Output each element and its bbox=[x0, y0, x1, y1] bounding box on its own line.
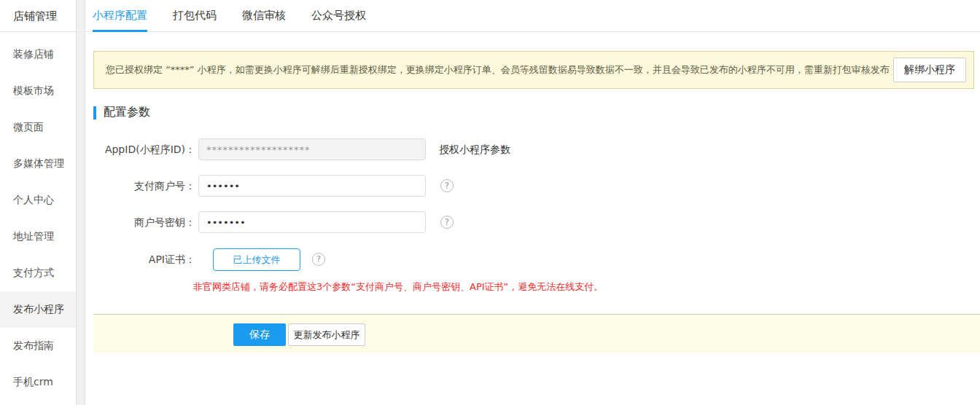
sidebar-scrollbar[interactable] bbox=[76, 0, 85, 405]
sidebar: 店铺管理 装修店铺 模板市场 微页面 多媒体管理 个人中心 地址管理 支付方式 … bbox=[0, 0, 76, 405]
sidebar-item-media-management[interactable]: 多媒体管理 bbox=[0, 146, 76, 182]
sidebar-item-template-market[interactable]: 模板市场 bbox=[0, 73, 76, 109]
auth-notice-banner: 您已授权绑定 “****” 小程序，如需更换小程序可解绑后重新授权绑定，更换绑定… bbox=[93, 51, 974, 89]
unbind-miniprogram-button[interactable]: 解绑小程序 bbox=[893, 58, 966, 82]
page: 店铺管理 装修店铺 模板市场 微页面 多媒体管理 个人中心 地址管理 支付方式 … bbox=[0, 0, 980, 405]
section-title-text: 配置参数 bbox=[104, 105, 150, 120]
tab-wechat-review[interactable]: 微信审核 bbox=[242, 0, 286, 32]
section-title: 配置参数 bbox=[93, 105, 150, 120]
sidebar-nav: 装修店铺 模板市场 微页面 多媒体管理 个人中心 地址管理 支付方式 发布小程序… bbox=[0, 36, 76, 401]
sidebar-item-decorate-shop[interactable]: 装修店铺 bbox=[0, 36, 76, 73]
sidebar-item-micro-page[interactable]: 微页面 bbox=[0, 109, 76, 146]
merchant-id-label: 支付商户号： bbox=[88, 175, 195, 197]
sidebar-item-address-management[interactable]: 地址管理 bbox=[0, 219, 76, 255]
merchant-key-help-icon[interactable]: ? bbox=[440, 216, 454, 229]
sidebar-item-mobile-crm[interactable]: 手机crm bbox=[0, 364, 76, 401]
update-publish-button[interactable]: 更新发布小程序 bbox=[288, 323, 365, 346]
tab-official-account-auth[interactable]: 公众号授权 bbox=[311, 0, 366, 32]
merchant-id-input[interactable] bbox=[198, 175, 426, 197]
save-button[interactable]: 保存 bbox=[233, 323, 286, 346]
sidebar-header: 店铺管理 bbox=[0, 0, 76, 32]
api-cert-help-icon[interactable]: ? bbox=[312, 253, 325, 266]
tab-miniprogram-config[interactable]: 小程序配置 bbox=[93, 0, 147, 32]
appid-label: AppID(小程序ID)： bbox=[88, 138, 195, 160]
merchant-id-help-icon[interactable]: ? bbox=[440, 179, 454, 192]
api-cert-uploaded-button[interactable]: 已上传文件 bbox=[213, 248, 300, 271]
merchant-key-label: 商户号密钥： bbox=[88, 211, 195, 233]
tab-bar: 小程序配置 打包代码 微信审核 公众号授权 bbox=[93, 0, 392, 32]
api-cert-label: API证书： bbox=[88, 248, 195, 270]
auth-notice-text: 您已授权绑定 “****” 小程序，如需更换小程序可解绑后重新授权绑定，更换绑定… bbox=[106, 63, 893, 76]
sidebar-item-publish-guide[interactable]: 发布指南 bbox=[0, 328, 76, 364]
tab-package-code[interactable]: 打包代码 bbox=[173, 0, 217, 32]
footer-action-bar: 保存 更新发布小程序 bbox=[93, 314, 980, 353]
merchant-key-input[interactable] bbox=[198, 211, 426, 233]
sidebar-item-personal-center[interactable]: 个人中心 bbox=[0, 182, 76, 219]
appid-side-note: 授权小程序参数 bbox=[439, 138, 510, 160]
payment-config-warning: 非官网类店铺，请务必配置这3个参数“支付商户号、商户号密钥、API证书”，避免无… bbox=[193, 280, 603, 294]
section-title-accent-bar bbox=[93, 106, 96, 119]
sidebar-item-payment-methods[interactable]: 支付方式 bbox=[0, 255, 76, 291]
sidebar-item-publish-miniprogram[interactable]: 发布小程序 bbox=[0, 291, 76, 328]
appid-input bbox=[198, 138, 426, 160]
